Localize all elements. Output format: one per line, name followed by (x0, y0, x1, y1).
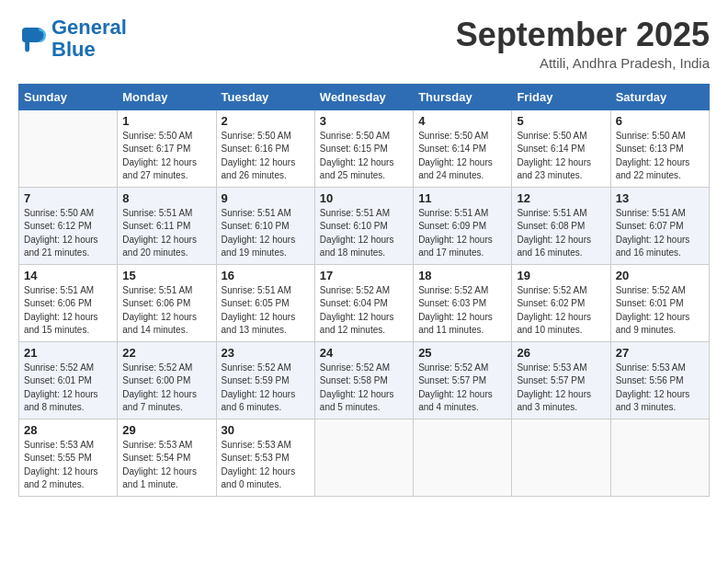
day-number: 7 (24, 191, 112, 205)
day-cell: 30Sunrise: 5:53 AMSunset: 5:53 PMDayligh… (216, 419, 314, 496)
day-info: Sunrise: 5:52 AMSunset: 6:01 PMDaylight:… (616, 284, 704, 338)
day-info: Sunrise: 5:51 AMSunset: 6:10 PMDaylight:… (320, 207, 408, 260)
day-cell: 4Sunrise: 5:50 AMSunset: 6:14 PMDaylight… (414, 109, 512, 187)
day-cell: 20Sunrise: 5:52 AMSunset: 6:01 PMDayligh… (610, 264, 709, 341)
day-cell: 2Sunrise: 5:50 AMSunset: 6:16 PMDaylight… (216, 109, 314, 187)
day-number: 19 (517, 269, 605, 282)
day-info: Sunrise: 5:51 AMSunset: 6:06 PMDaylight:… (122, 284, 210, 338)
day-number: 24 (320, 346, 408, 360)
day-number: 12 (517, 191, 605, 205)
week-row-3: 14Sunrise: 5:51 AMSunset: 6:06 PMDayligh… (19, 264, 710, 341)
day-cell: 7Sunrise: 5:50 AMSunset: 6:12 PMDaylight… (19, 187, 118, 264)
day-cell (19, 109, 118, 187)
day-info: Sunrise: 5:50 AMSunset: 6:14 PMDaylight:… (517, 130, 605, 183)
day-cell (314, 419, 413, 496)
day-cell: 10Sunrise: 5:51 AMSunset: 6:10 PMDayligh… (314, 187, 413, 264)
day-info: Sunrise: 5:52 AMSunset: 6:03 PMDaylight:… (418, 284, 506, 338)
day-cell: 26Sunrise: 5:53 AMSunset: 5:57 PMDayligh… (512, 341, 610, 419)
day-info: Sunrise: 5:52 AMSunset: 6:04 PMDaylight:… (320, 284, 408, 338)
day-info: Sunrise: 5:51 AMSunset: 6:07 PMDaylight:… (616, 207, 704, 260)
title-block: September 2025 Attili, Andhra Pradesh, I… (456, 17, 710, 71)
day-cell: 14Sunrise: 5:51 AMSunset: 6:06 PMDayligh… (19, 264, 118, 341)
day-number: 25 (418, 346, 506, 360)
day-cell: 24Sunrise: 5:52 AMSunset: 5:58 PMDayligh… (314, 341, 413, 419)
day-cell: 19Sunrise: 5:52 AMSunset: 6:02 PMDayligh… (512, 264, 610, 341)
day-info: Sunrise: 5:50 AMSunset: 6:17 PMDaylight:… (122, 130, 210, 183)
day-cell (610, 419, 709, 496)
day-number: 2 (222, 114, 310, 128)
day-number: 8 (122, 191, 210, 205)
col-wednesday: Wednesday (314, 84, 413, 109)
day-info: Sunrise: 5:50 AMSunset: 6:13 PMDaylight:… (616, 130, 704, 183)
day-cell: 6Sunrise: 5:50 AMSunset: 6:13 PMDaylight… (610, 109, 709, 187)
day-info: Sunrise: 5:53 AMSunset: 5:55 PMDaylight:… (24, 439, 112, 492)
day-info: Sunrise: 5:51 AMSunset: 6:08 PMDaylight:… (517, 207, 605, 260)
header-row: Sunday Monday Tuesday Wednesday Thursday… (19, 84, 710, 109)
day-info: Sunrise: 5:53 AMSunset: 5:57 PMDaylight:… (517, 362, 605, 415)
day-number: 22 (122, 346, 210, 360)
day-number: 5 (517, 114, 605, 128)
col-saturday: Saturday (610, 84, 709, 109)
day-info: Sunrise: 5:50 AMSunset: 6:16 PMDaylight:… (222, 130, 310, 183)
logo: General Blue (18, 17, 127, 61)
day-info: Sunrise: 5:53 AMSunset: 5:53 PMDaylight:… (222, 439, 310, 492)
day-number: 21 (24, 346, 112, 360)
day-cell: 22Sunrise: 5:52 AMSunset: 6:00 PMDayligh… (118, 341, 216, 419)
day-number: 30 (222, 423, 310, 437)
calendar-body: 1Sunrise: 5:50 AMSunset: 6:17 PMDaylight… (19, 109, 710, 496)
day-cell: 12Sunrise: 5:51 AMSunset: 6:08 PMDayligh… (512, 187, 610, 264)
day-info: Sunrise: 5:52 AMSunset: 5:59 PMDaylight:… (222, 362, 310, 415)
day-info: Sunrise: 5:52 AMSunset: 5:57 PMDaylight:… (418, 362, 506, 415)
col-sunday: Sunday (19, 84, 118, 109)
day-cell: 18Sunrise: 5:52 AMSunset: 6:03 PMDayligh… (414, 264, 512, 341)
day-number: 17 (320, 269, 408, 282)
day-number: 1 (122, 114, 210, 128)
day-number: 27 (616, 346, 704, 360)
day-number: 16 (222, 269, 310, 282)
week-row-2: 7Sunrise: 5:50 AMSunset: 6:12 PMDaylight… (19, 187, 710, 264)
day-cell: 13Sunrise: 5:51 AMSunset: 6:07 PMDayligh… (610, 187, 709, 264)
day-cell: 21Sunrise: 5:52 AMSunset: 6:01 PMDayligh… (19, 341, 118, 419)
col-friday: Friday (512, 84, 610, 109)
day-cell (414, 419, 512, 496)
day-cell: 29Sunrise: 5:53 AMSunset: 5:54 PMDayligh… (118, 419, 216, 496)
week-row-4: 21Sunrise: 5:52 AMSunset: 6:01 PMDayligh… (19, 341, 710, 419)
day-number: 3 (320, 114, 408, 128)
day-info: Sunrise: 5:53 AMSunset: 5:56 PMDaylight:… (616, 362, 704, 415)
day-cell: 16Sunrise: 5:51 AMSunset: 6:05 PMDayligh… (216, 264, 314, 341)
logo-icon (18, 24, 48, 53)
day-cell: 27Sunrise: 5:53 AMSunset: 5:56 PMDayligh… (610, 341, 709, 419)
day-info: Sunrise: 5:53 AMSunset: 5:54 PMDaylight:… (122, 439, 210, 492)
day-number: 23 (222, 346, 310, 360)
day-cell: 17Sunrise: 5:52 AMSunset: 6:04 PMDayligh… (314, 264, 413, 341)
day-cell: 15Sunrise: 5:51 AMSunset: 6:06 PMDayligh… (118, 264, 216, 341)
logo-text: General Blue (51, 17, 127, 61)
month-title: September 2025 (456, 17, 710, 53)
day-number: 4 (418, 114, 506, 128)
day-cell: 9Sunrise: 5:51 AMSunset: 6:10 PMDaylight… (216, 187, 314, 264)
week-row-1: 1Sunrise: 5:50 AMSunset: 6:17 PMDaylight… (19, 109, 710, 187)
day-cell: 25Sunrise: 5:52 AMSunset: 5:57 PMDayligh… (414, 341, 512, 419)
col-tuesday: Tuesday (216, 84, 314, 109)
day-info: Sunrise: 5:52 AMSunset: 5:58 PMDaylight:… (320, 362, 408, 415)
col-thursday: Thursday (414, 84, 512, 109)
day-number: 9 (222, 191, 310, 205)
week-row-5: 28Sunrise: 5:53 AMSunset: 5:55 PMDayligh… (19, 419, 710, 496)
col-monday: Monday (118, 84, 216, 109)
day-info: Sunrise: 5:52 AMSunset: 6:02 PMDaylight:… (517, 284, 605, 338)
day-cell: 1Sunrise: 5:50 AMSunset: 6:17 PMDaylight… (118, 109, 216, 187)
day-info: Sunrise: 5:51 AMSunset: 6:06 PMDaylight:… (24, 284, 112, 338)
day-number: 10 (320, 191, 408, 205)
day-info: Sunrise: 5:50 AMSunset: 6:15 PMDaylight:… (320, 130, 408, 183)
calendar-table: Sunday Monday Tuesday Wednesday Thursday… (18, 84, 710, 497)
day-number: 29 (122, 423, 210, 437)
day-info: Sunrise: 5:52 AMSunset: 6:00 PMDaylight:… (122, 362, 210, 415)
day-cell: 3Sunrise: 5:50 AMSunset: 6:15 PMDaylight… (314, 109, 413, 187)
day-info: Sunrise: 5:51 AMSunset: 6:09 PMDaylight:… (418, 207, 506, 260)
day-cell: 11Sunrise: 5:51 AMSunset: 6:09 PMDayligh… (414, 187, 512, 264)
day-cell: 23Sunrise: 5:52 AMSunset: 5:59 PMDayligh… (216, 341, 314, 419)
day-number: 15 (122, 269, 210, 282)
day-cell: 5Sunrise: 5:50 AMSunset: 6:14 PMDaylight… (512, 109, 610, 187)
day-info: Sunrise: 5:51 AMSunset: 6:05 PMDaylight:… (222, 284, 310, 338)
page: General Blue September 2025 Attili, Andh… (0, 0, 728, 563)
